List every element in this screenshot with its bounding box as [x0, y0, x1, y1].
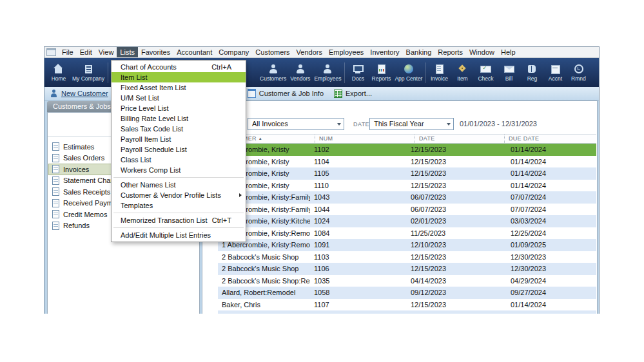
menu-item-label: Sales Tax Code List [121, 125, 183, 133]
toolbar-button[interactable]: Accnt [543, 62, 567, 83]
toolbar-button[interactable]: Reg [520, 62, 543, 83]
cell-due-date: 12/25/2024 [507, 227, 596, 240]
quickbooks-window: File Edit View Lists Favorites Accountan… [44, 46, 600, 314]
table-row[interactable]: 1 Abercrombie, Kristy:Family Ro... 1043 … [218, 191, 596, 204]
menu-item-label: Price Level List [121, 104, 169, 112]
lists-menu-item[interactable]: Add/Edit Multiple List Entries [112, 230, 246, 240]
cell-customer: Baker, Chris:Family Room [218, 310, 310, 314]
table-row[interactable]: 2 Babcock's Music Shop 1103 12/15/2023 1… [218, 251, 596, 263]
menubar-item[interactable]: Accountant [173, 47, 215, 57]
lists-menu-item[interactable]: Templates [112, 200, 246, 211]
desktop-background: File Edit View Lists Favorites Accountan… [0, 0, 644, 362]
lists-menu-item[interactable]: Other Names List [112, 180, 246, 190]
invoice-table: 1 Abercrombie, Kristy 1102 12/15/2023 01… [218, 144, 596, 314]
toolbar-button-label: Bill [499, 75, 518, 82]
new-customer-button[interactable]: New Customer [50, 90, 108, 98]
table-row[interactable]: 1 Abercrombie, Kristy 1110 12/15/2023 01… [218, 180, 596, 192]
table-row[interactable]: Baker, Chris:Family Room 1048 06/23/2023… [218, 310, 596, 314]
toolbar-button-label: My Company [72, 75, 104, 82]
customer-job-info-tab[interactable]: Customer & Job Info [248, 89, 324, 98]
table-row[interactable]: 1 Abercrombie, Kristy:Remodel ... 1084 1… [218, 227, 596, 240]
lists-menu-item[interactable]: Price Level List [112, 103, 246, 113]
toolbar-button[interactable]: Vendors [288, 62, 312, 83]
menubar-item[interactable]: Reports [434, 47, 466, 57]
toolbar-button[interactable]: Employees [312, 62, 343, 83]
menubar-item[interactable]: Vendors [293, 47, 326, 57]
menu-item-label: Payroll Schedule List [121, 146, 187, 153]
toolbar-button[interactable]: Bill [497, 62, 520, 83]
table-row[interactable]: 1 Abercrombie, Kristy 1104 12/15/2023 01… [218, 156, 596, 168]
column-header[interactable]: DATE [415, 135, 504, 143]
lists-menu-item[interactable]: Payroll Item List [112, 134, 246, 144]
lists-menu-item[interactable]: Customer & Vendor Profile Lists [112, 190, 246, 200]
menu-item-label: Chart of Accounts [121, 63, 177, 71]
column-header[interactable]: NUM [315, 135, 415, 143]
table-row[interactable]: 2 Babcock's Music Shop 1106 12/15/2023 1… [218, 263, 596, 275]
toolbar-button[interactable]: App Center [393, 62, 424, 83]
table-row[interactable]: 1 Abercrombie, Kristy 1102 12/15/2023 01… [218, 144, 596, 156]
lists-menu-item[interactable]: Item List [112, 72, 246, 82]
menubar-item[interactable]: Inventory [367, 47, 402, 57]
customer-job-info-label: Customer & Job Info [259, 90, 324, 97]
toolbar-button[interactable]: Reports [369, 62, 393, 83]
menubar-item[interactable]: Favorites [138, 47, 173, 57]
menu-item-label: Add/Edit Multiple List Entries [121, 231, 211, 239]
lists-menu-item[interactable]: Fixed Asset Item List [112, 82, 246, 93]
toolbar-button[interactable]: My Company [70, 62, 106, 83]
table-row[interactable]: Baker, Chris 1107 12/15/2023 01/14/2024 [218, 299, 596, 311]
lists-menu-item[interactable]: Sales Tax Code List [112, 124, 246, 134]
date-filter-value: This Fiscal Year [374, 120, 424, 128]
lists-menu-item[interactable]: Billing Rate Level List [112, 113, 246, 124]
cell-date: 09/12/2023 [407, 287, 507, 299]
menubar-item[interactable]: Edit [77, 47, 95, 57]
menubar-item[interactable]: Lists [117, 47, 138, 57]
table-row[interactable]: Allard, Robert:Remodel 1058 09/12/2023 0… [218, 287, 596, 299]
lists-menu-item[interactable]: U/M Set List [112, 93, 246, 103]
menubar-item[interactable]: View [95, 47, 117, 57]
menubar-items: File Edit View Lists Favorites Accountan… [59, 47, 519, 57]
toolbar-button[interactable]: Item [451, 62, 474, 83]
menubar-item[interactable]: File [59, 47, 77, 57]
menubar-item[interactable]: Banking [403, 47, 435, 57]
menubar-item[interactable]: Customers [252, 47, 293, 57]
column-header[interactable]: DUE DATE [504, 135, 539, 143]
date-filter-dropdown[interactable]: This Fiscal Year [369, 118, 454, 130]
bill-icon [501, 64, 516, 74]
export-button[interactable]: Export... [334, 90, 372, 98]
toolbar-button[interactable]: Customers [258, 62, 288, 83]
menubar-item[interactable]: Company [215, 47, 252, 57]
toolbar-button[interactable]: Rmnd [567, 62, 590, 83]
cell-due-date: 12/30/2023 [507, 251, 596, 263]
table-row[interactable]: 1 Abercrombie, Kristy:Remodel ... 1091 1… [218, 239, 596, 251]
lists-menu-item[interactable]: Chart of Accounts Ctrl+A [112, 62, 246, 72]
cell-num: 1110 [310, 180, 407, 192]
menu-item-label: Memorized Transaction List [121, 216, 208, 224]
table-row[interactable]: 1 Abercrombie, Kristy 1105 12/15/2023 01… [218, 167, 596, 180]
transaction-filter-dropdown[interactable]: All Invoices [248, 118, 344, 130]
cell-customer: Baker, Chris [218, 299, 310, 311]
new-customer-icon [50, 90, 58, 98]
menubar-item[interactable]: Help [498, 47, 519, 57]
toolbar-button[interactable]: Invoice [427, 62, 451, 83]
toolbar-button[interactable]: Docs [346, 62, 369, 83]
toolbar-button[interactable]: Check [474, 62, 497, 83]
lists-menu-item[interactable]: Memorized Transaction List Ctrl+T [112, 215, 246, 225]
table-row[interactable]: 1 Abercrombie, Kristy:Kitchen 1024 02/01… [218, 215, 596, 227]
lists-menu-item[interactable]: Payroll Schedule List [112, 144, 246, 155]
column-header-label: NUM [319, 135, 333, 142]
table-row[interactable]: 2 Babcock's Music Shop:Remo... 1035 04/1… [218, 275, 596, 287]
cell-num: 1106 [310, 263, 407, 275]
toolbar-button-label: Vendors [290, 75, 310, 82]
table-row[interactable]: 1 Abercrombie, Kristy:Family Ro... 1044 … [218, 204, 596, 216]
lists-menu-item[interactable]: Workers Comp List [112, 165, 246, 175]
tab-customers-and-jobs[interactable]: Customers & Jobs [47, 101, 118, 112]
menubar-item[interactable]: Employees [326, 47, 367, 57]
cell-num: 1058 [310, 287, 407, 299]
lists-menu-item[interactable]: Class List [112, 155, 246, 165]
date-range-text: 01/01/2023 - 12/31/2023 [460, 120, 537, 128]
app-window-icon[interactable] [46, 48, 56, 56]
menu-separator [113, 177, 244, 178]
cell-num: 1043 [310, 191, 407, 204]
menubar-item[interactable]: Window [466, 47, 498, 57]
toolbar-button[interactable]: Home [47, 62, 70, 83]
